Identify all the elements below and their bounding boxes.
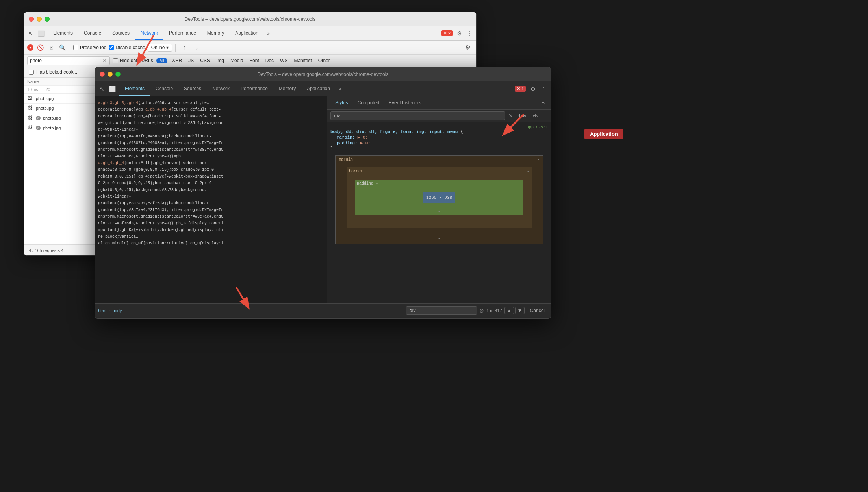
tab-bar-right-1: ✕ 2 ⚙ ⋮ [441,26,473,40]
tab-application-2[interactable]: Application [301,81,336,96]
tab-computed[interactable]: Computed [353,96,384,109]
preserve-log-checkbox[interactable] [73,45,78,50]
more-icon-2[interactable]: ⋮ [540,85,548,93]
styles-filter-clear[interactable]: ✕ [508,113,513,119]
code-line: mportant}.gb_Ka{visibility:hidden}.gb_nd… [98,227,324,233]
code-line: olorstr=#3f76d3,GradientType=0)}.gb_Ja{d… [98,220,324,227]
tab-styles[interactable]: Styles [330,96,353,109]
filter-doc[interactable]: Doc [264,57,275,64]
css-prop-name: padding: [337,141,358,146]
minimize-button-1[interactable] [37,17,42,22]
find-next-button[interactable]: ▼ [515,307,525,314]
filter-button[interactable]: ⧖ [47,43,56,52]
code-line: d:-webkit-linear- [98,126,324,133]
clear-button[interactable]: 🚫 [36,43,45,52]
code-line: gradient(top,#4387fd,#4683ea);background… [98,133,324,140]
tab-styles-more[interactable]: » [539,96,548,109]
tab-more-1[interactable]: » [264,26,273,40]
find-prev-button[interactable]: ▲ [504,307,514,314]
tab-network-1[interactable]: Network [135,26,163,40]
tab-application-1[interactable]: Application [230,26,264,40]
css-prop-name: margin: [337,135,355,140]
cursor-icon[interactable]: ↖ [27,30,34,37]
filter-img[interactable]: Img [215,57,226,64]
image-icon: 🖼 [27,95,33,102]
disable-cache-label[interactable]: Disable cache [109,45,145,50]
margin-label: margin [339,157,353,162]
code-line: ne-block;vertical- [98,233,324,240]
find-cancel-button[interactable]: Cancel [527,307,548,314]
filter-css[interactable]: CSS [198,57,211,64]
search-button[interactable]: 🔍 [58,43,67,52]
filter-ws[interactable]: WS [278,57,289,64]
device-icon-2[interactable]: ⬜ [108,85,116,93]
filter-font[interactable]: Font [248,57,261,64]
css-rule-block: app.css:1 body, dd, div, dl, figure, for… [330,125,548,151]
css-prop-margin: margin: ▶ 0; [330,134,548,140]
preserve-log-label[interactable]: Preserve log [73,45,106,50]
tab-event-listeners[interactable]: Event Listeners [384,96,426,109]
find-input[interactable] [406,306,477,315]
record-button[interactable]: ● [27,44,33,51]
image-icon: 🖼 [27,105,33,111]
close-button-1[interactable] [29,17,34,22]
filter-manifest[interactable]: Manifest [292,57,313,64]
hide-data-urls-checkbox[interactable] [113,58,118,63]
code-panel: a.gb_3.gb_3,.gb_4{color:#666;cursor:defa… [95,96,327,303]
image-icon: 🖼 [27,125,33,131]
tab-performance-2[interactable]: Performance [235,81,273,96]
search-input-1[interactable] [30,58,101,63]
download-button[interactable]: ↓ [191,43,202,53]
margin-dash: - [537,157,540,162]
filter-other[interactable]: Other [317,57,332,64]
settings-icon-1[interactable]: ⚙ [456,30,463,37]
tag-cls[interactable]: .cls [530,113,540,118]
settings-icon-2[interactable]: ⚙ [529,85,537,93]
filter-js[interactable]: JS [187,57,195,64]
upload-button[interactable]: ↑ [179,43,189,53]
code-line: weight:bold;outline:none;background:#428… [98,120,324,126]
tag-hov[interactable]: :hov [516,113,528,118]
tag-add[interactable]: + [542,113,548,118]
find-clear-button[interactable]: ⊗ [479,307,484,314]
styles-filter-input[interactable] [330,111,505,120]
code-line: 0 2px 0 rgba(0,0,0,.15);box-shadow:inset… [98,180,324,187]
maximize-button-2[interactable] [115,72,121,77]
padding-box: padding - - 1265 × 938 - - [355,180,523,215]
disable-cache-checkbox[interactable] [109,45,114,50]
tab-performance-1[interactable]: Performance [163,26,202,40]
filter-all-tag[interactable]: All [156,58,167,63]
tab-console-1[interactable]: Console [78,26,107,40]
tab-console-2[interactable]: Console [150,81,178,96]
minimize-button-2[interactable] [108,72,113,77]
tab-elements-1[interactable]: Elements [48,26,78,40]
clear-search-button[interactable]: ✕ [102,57,107,64]
tab-network-2[interactable]: Network [207,81,235,96]
device-icon[interactable]: ⬜ [37,30,45,37]
breadcrumb: html › body [98,308,122,313]
tab-memory-1[interactable]: Memory [202,26,230,40]
breadcrumb-html[interactable]: html [98,308,106,313]
more-icon-1[interactable]: ⋮ [466,30,473,37]
code-line: webkit-linear- [98,193,324,200]
online-dropdown[interactable]: Online ▾ [148,44,172,52]
filter-media[interactable]: Media [229,57,245,64]
blocked-icon: ⊘ [36,116,41,120]
close-button-2[interactable] [100,72,105,77]
tab-right-2: ✕ 1 ⚙ ⋮ [515,81,548,96]
tab-elements-2[interactable]: Elements [119,81,150,96]
tab-sources-2[interactable]: Sources [178,81,207,96]
css-selector: body, dd, div, dl, figure, form, img, in… [330,129,458,134]
tab-sources-1[interactable]: Sources [107,26,135,40]
cursor-icon-2[interactable]: ↖ [98,85,106,93]
filter-xhr[interactable]: XHR [171,57,184,64]
css-source-link[interactable]: app.css:1 [330,125,548,129]
settings-button-1[interactable]: ⚙ [463,43,473,53]
tab-more-2[interactable]: » [336,81,345,96]
breadcrumb-body[interactable]: body [112,308,122,313]
hide-data-urls-label[interactable]: Hide data URLs [113,58,153,63]
code-line: ansform.Microsoft.gradient(startColorstr… [98,146,324,153]
tab-memory-2[interactable]: Memory [273,81,301,96]
maximize-button-1[interactable] [45,17,50,22]
has-blocked-checkbox[interactable] [29,70,34,75]
